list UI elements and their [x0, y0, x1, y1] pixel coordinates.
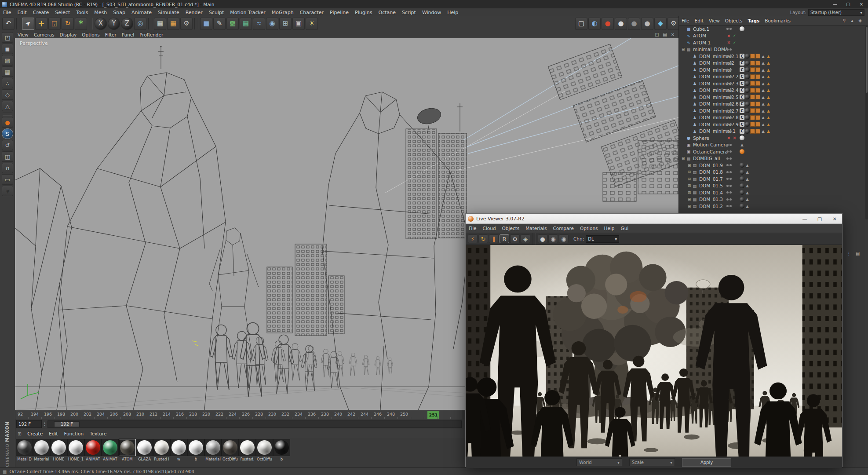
material-item[interactable]: HOME_1 [67, 439, 84, 461]
or-tag[interactable] [750, 102, 755, 106]
menu-item-mograph[interactable]: MoGraph [269, 10, 297, 15]
object-row[interactable]: ⊟▤DOMBIG_all [679, 155, 868, 162]
object-row[interactable]: ⊞▤DOM_01.2▲ [679, 203, 868, 210]
dot-tag[interactable] [726, 157, 729, 160]
visibility-dots[interactable] [726, 130, 732, 132]
or-tag[interactable] [755, 54, 760, 58]
dot-tag[interactable] [726, 28, 729, 30]
matd-tag[interactable] [745, 95, 750, 99]
lock-resolution-icon[interactable]: ◈ [521, 234, 530, 243]
material-item[interactable]: w [170, 439, 187, 461]
menu-item-view[interactable]: View [15, 32, 31, 37]
tri-tag[interactable]: ▲ [745, 163, 750, 168]
material-item[interactable]: b [187, 439, 204, 461]
or-tag[interactable] [750, 54, 755, 58]
range-handle[interactable]: 192 F [54, 421, 80, 427]
dot-tag[interactable] [726, 69, 729, 71]
solo-mode-icon[interactable]: S [2, 128, 13, 139]
dot-tag[interactable] [726, 205, 729, 207]
menu-item-window[interactable]: Window [419, 10, 444, 15]
or-tag[interactable] [750, 61, 755, 66]
dot-tag[interactable] [729, 157, 732, 160]
matd-tag[interactable] [745, 74, 750, 79]
visibility-dots[interactable] [726, 164, 732, 166]
object-row[interactable]: ∿ATOM×✓ [679, 33, 868, 40]
visibility-dots[interactable] [726, 28, 732, 30]
settings-icon[interactable]: ⚙ [510, 234, 520, 243]
chk-tag[interactable]: ✓ [732, 40, 737, 45]
lock-x-axis-button[interactable]: X [95, 18, 107, 30]
or-tag[interactable] [750, 122, 755, 127]
playhead[interactable]: 251 [427, 411, 439, 419]
tri-tag[interactable]: ▲ [761, 54, 766, 58]
or-tag[interactable] [755, 129, 760, 134]
dot-tag[interactable] [726, 76, 729, 78]
scale-tool[interactable]: ◱ [48, 18, 61, 30]
tri-tag[interactable]: ▲ [761, 108, 766, 113]
menu-item-octane[interactable]: Octane [375, 10, 399, 15]
x-tag[interactable]: × [726, 135, 731, 140]
dot-tag[interactable] [729, 130, 732, 132]
or-tag[interactable] [755, 81, 760, 86]
visibility-dots[interactable] [726, 48, 732, 51]
c-tag[interactable]: C [740, 129, 744, 134]
tri-tag[interactable]: ▲ [745, 183, 750, 188]
pick-focus-icon[interactable]: ◉ [548, 234, 558, 243]
dot-tag[interactable] [729, 123, 732, 125]
object-manager-scrollbar[interactable] [865, 26, 868, 219]
simulate-button[interactable]: ◉ [266, 18, 278, 30]
object-row[interactable]: ♟DOM_minimal2.8C▲▲ [679, 114, 868, 121]
menu-item-cameras[interactable]: Cameras [31, 32, 57, 37]
floor-button[interactable]: ⊞ [279, 18, 292, 30]
dot-tag[interactable] [729, 185, 732, 187]
dot-tag[interactable] [729, 103, 732, 105]
visibility-dots[interactable] [726, 178, 732, 180]
dot-tag[interactable] [726, 178, 729, 180]
visibility-dots[interactable] [726, 117, 732, 119]
maximize-button[interactable]: ▢ [842, 0, 855, 8]
object-row[interactable]: ∿ATOM.1×✓ [679, 39, 868, 46]
convert-object-icon[interactable]: ◳ [2, 32, 13, 43]
menu-item-select[interactable]: Select [52, 10, 73, 15]
material-item[interactable]: Rusted. [239, 439, 256, 461]
mograph-button[interactable]: ▩ [226, 18, 239, 30]
material-item[interactable]: OctDiffu [256, 439, 273, 461]
light-button[interactable]: ☀ [306, 18, 318, 30]
or-tag[interactable] [750, 67, 755, 72]
object-row[interactable]: ⊟▤minimal_DOMA [679, 46, 868, 53]
trio-tag[interactable]: ▲ [766, 95, 771, 99]
viewport-view-label[interactable]: Perspective [20, 40, 48, 46]
search-icon[interactable]: ⚲ [841, 18, 848, 24]
workplane-mode-icon[interactable]: ▦ [2, 66, 13, 77]
tweak-mode-icon[interactable]: ↺ [2, 140, 13, 150]
tri-tag[interactable]: ▲ [745, 176, 750, 181]
trio-tag[interactable]: ▲ [766, 129, 771, 134]
scale-select[interactable]: Scale ▾ [629, 458, 675, 466]
menu-item-help[interactable]: Help [601, 226, 618, 231]
dot-tag[interactable] [726, 191, 729, 194]
visibility-dots[interactable] [726, 157, 732, 160]
dot-tag[interactable] [726, 171, 729, 173]
object-row[interactable]: ♟DOM_minimal2.5C▲▲ [679, 94, 868, 101]
dot-tag[interactable] [726, 185, 729, 187]
expand-toggle-icon[interactable]: ⊟ [681, 47, 686, 51]
or-tag[interactable] [750, 88, 755, 93]
move-tool[interactable]: + [35, 18, 47, 30]
tri-tag[interactable]: ▲ [761, 88, 766, 93]
menu-item-render[interactable]: Render [182, 10, 206, 15]
visibility-dots[interactable] [726, 191, 732, 194]
or-tag[interactable] [750, 81, 755, 86]
c-tag[interactable]: C [740, 74, 744, 79]
tri-tag[interactable]: ▲ [745, 190, 750, 195]
expand-toggle-icon[interactable]: ⊞ [687, 190, 692, 195]
or-tag[interactable] [750, 115, 755, 120]
matw-tag[interactable] [740, 26, 744, 31]
expand-toggle-icon[interactable]: ⊞ [687, 197, 692, 201]
dot-tag[interactable] [729, 69, 732, 71]
oct-tag[interactable] [740, 149, 744, 154]
expand-toggle-icon[interactable]: ⊞ [687, 170, 692, 174]
menu-item-objects[interactable]: Objects [722, 18, 745, 23]
octane-render-button[interactable]: ● [602, 18, 614, 30]
or-tag[interactable] [750, 74, 755, 79]
matd-tag[interactable] [740, 204, 744, 208]
